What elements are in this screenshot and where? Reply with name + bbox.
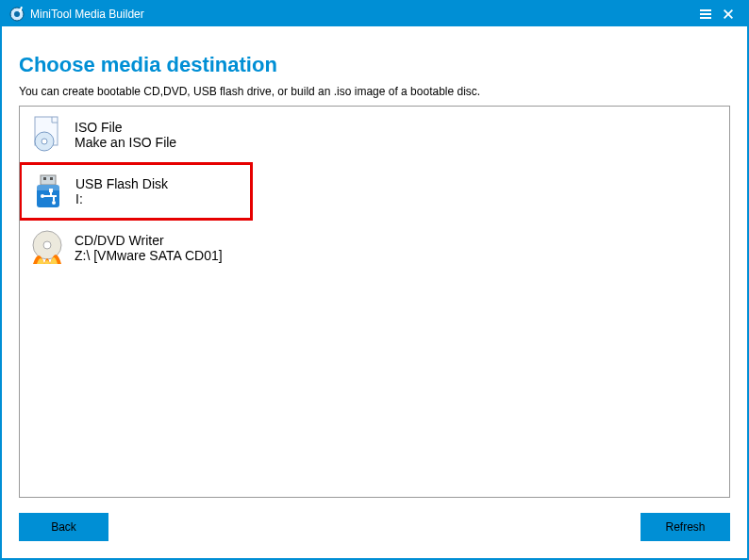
svg-point-1 [14,11,20,17]
option-title: CD/DVD Writer [75,233,223,248]
svg-rect-4 [700,13,711,15]
cd-writer-icon [27,228,67,268]
svg-point-10 [42,139,47,144]
svg-rect-3 [700,9,711,11]
svg-rect-15 [37,185,59,190]
content-area: Choose media destination You can create … [2,26,747,558]
svg-rect-13 [50,177,53,180]
usb-disk-icon [28,172,68,211]
destination-list: ISO File Make an ISO File [19,106,730,498]
svg-rect-11 [41,175,56,185]
option-usb-flash-disk[interactable]: USB Flash Disk I: [20,163,252,220]
app-title: MiniTool Media Builder [30,8,694,21]
option-title: USB Flash Disk [75,176,168,191]
close-icon [722,8,735,21]
svg-rect-19 [49,189,53,192]
option-subtitle: Make an ISO File [75,135,176,150]
option-subtitle: Z:\ [VMware SATA CD01] [75,248,223,263]
option-subtitle: I: [75,191,168,206]
button-row: Back Refresh [19,498,730,545]
page-subtext: You can create bootable CD,DVD, USB flas… [19,85,730,98]
hamburger-icon [698,7,713,22]
svg-point-21 [52,201,56,205]
app-icon [9,7,25,22]
menu-button[interactable] [694,3,717,25]
option-title: ISO File [75,120,176,135]
svg-point-23 [43,241,51,249]
svg-rect-12 [43,177,46,180]
iso-file-icon [27,115,67,155]
page-heading: Choose media destination [19,53,730,77]
titlebar: MiniTool Media Builder [2,2,747,26]
option-iso-file[interactable]: ISO File Make an ISO File [20,107,729,163]
back-button[interactable]: Back [19,513,108,541]
svg-rect-5 [700,17,711,19]
option-cd-dvd-writer[interactable]: CD/DVD Writer Z:\ [VMware SATA CD01] [20,220,729,276]
close-button[interactable] [717,3,740,25]
refresh-button[interactable]: Refresh [641,513,730,541]
